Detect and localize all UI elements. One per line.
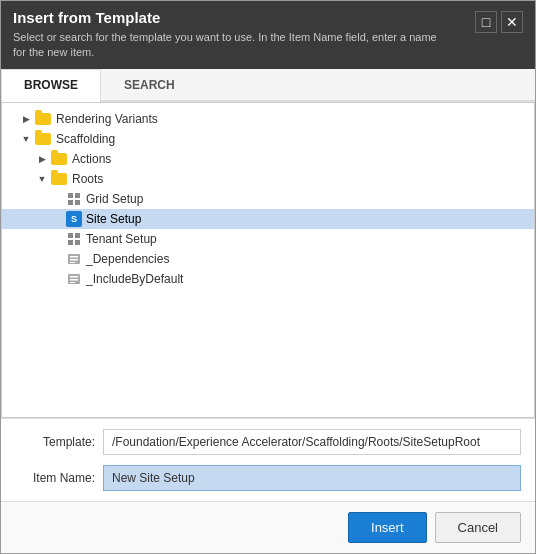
svg-rect-10 [70, 259, 78, 261]
form-area: Template: Item Name: [1, 418, 535, 501]
expander-grid-setup [50, 191, 66, 207]
tenant-icon [66, 231, 82, 247]
tree-item-scaffolding[interactable]: ▼ Scaffolding [2, 129, 534, 149]
item-name-input[interactable] [103, 465, 521, 491]
folder-icon-actions [50, 152, 68, 166]
tree-item-actions[interactable]: ▶ Actions [2, 149, 534, 169]
expander-scaffolding: ▼ [18, 131, 34, 147]
svg-rect-1 [75, 193, 80, 198]
item-label-scaffolding: Scaffolding [56, 132, 115, 146]
svg-rect-5 [75, 233, 80, 238]
item-label-dependencies: _Dependencies [86, 252, 169, 266]
tree-item-site-setup[interactable]: S Site Setup [2, 209, 534, 229]
tree-scroll[interactable]: ▶ Rendering Variants ▼ Scaffolding ▶ [2, 103, 534, 417]
svg-rect-9 [70, 256, 78, 258]
insert-button[interactable]: Insert [348, 512, 427, 543]
tab-search[interactable]: SEARCH [101, 69, 198, 100]
folder-icon-rendering-variants [34, 112, 52, 126]
item-label-site-setup: Site Setup [86, 212, 141, 226]
item-label-grid-setup: Grid Setup [86, 192, 143, 206]
item-name-row: Item Name: [15, 465, 521, 491]
tree-item-include-by-default[interactable]: _IncludeByDefault [2, 269, 534, 289]
expander-include-by-default [50, 271, 66, 287]
tree-item-roots[interactable]: ▼ Roots [2, 169, 534, 189]
svg-rect-11 [70, 262, 75, 263]
tree-item-tenant-setup[interactable]: Tenant Setup [2, 229, 534, 249]
svg-rect-4 [68, 233, 73, 238]
svg-rect-0 [68, 193, 73, 198]
dialog-header: Insert from Template Select or search fo… [1, 1, 535, 69]
expander-rendering-variants: ▶ [18, 111, 34, 127]
expander-roots: ▼ [34, 171, 50, 187]
expander-actions: ▶ [34, 151, 50, 167]
include-icon [66, 271, 82, 287]
expander-dependencies [50, 251, 66, 267]
item-label-actions: Actions [72, 152, 111, 166]
close-button[interactable]: ✕ [501, 11, 523, 33]
item-label-rendering-variants: Rendering Variants [56, 112, 158, 126]
item-name-label: Item Name: [15, 471, 95, 485]
item-label-tenant-setup: Tenant Setup [86, 232, 157, 246]
svg-rect-14 [70, 279, 78, 281]
tree-item-dependencies[interactable]: _Dependencies [2, 249, 534, 269]
template-label: Template: [15, 435, 95, 449]
template-input[interactable] [103, 429, 521, 455]
tree-container: ▶ Rendering Variants ▼ Scaffolding ▶ [1, 102, 535, 418]
dialog-footer: Insert Cancel [1, 501, 535, 553]
cancel-button[interactable]: Cancel [435, 512, 521, 543]
item-label-roots: Roots [72, 172, 103, 186]
dialog-header-controls: □ ✕ [475, 11, 523, 33]
site-icon: S [66, 211, 82, 227]
svg-rect-13 [70, 276, 78, 278]
tab-browse[interactable]: BROWSE [1, 69, 101, 102]
tree-item-grid-setup[interactable]: Grid Setup [2, 189, 534, 209]
svg-rect-7 [75, 240, 80, 245]
svg-rect-15 [70, 282, 75, 283]
folder-icon-roots [50, 172, 68, 186]
tabs-row: BROWSE SEARCH [1, 69, 535, 102]
folder-icon-scaffolding [34, 132, 52, 146]
dialog-subtitle: Select or search for the template you wa… [13, 30, 443, 61]
dependencies-icon [66, 251, 82, 267]
minimize-button[interactable]: □ [475, 11, 497, 33]
dialog-header-left: Insert from Template Select or search fo… [13, 9, 443, 61]
svg-rect-3 [75, 200, 80, 205]
svg-rect-6 [68, 240, 73, 245]
insert-from-template-dialog: Insert from Template Select or search fo… [0, 0, 536, 554]
expander-tenant-setup [50, 231, 66, 247]
svg-rect-2 [68, 200, 73, 205]
item-label-include-by-default: _IncludeByDefault [86, 272, 183, 286]
tree-item-rendering-variants[interactable]: ▶ Rendering Variants [2, 109, 534, 129]
dialog-title: Insert from Template [13, 9, 443, 26]
expander-site-setup [50, 211, 66, 227]
grid-icon [66, 191, 82, 207]
template-row: Template: [15, 429, 521, 455]
